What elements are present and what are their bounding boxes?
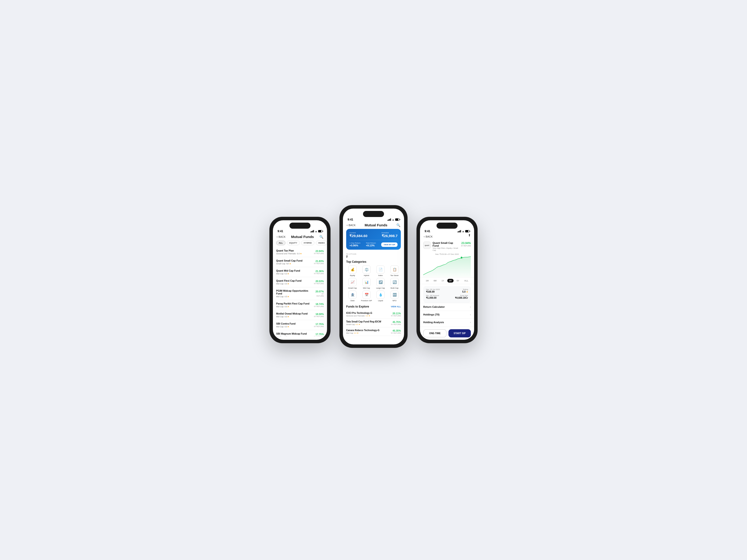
category-item[interactable]: 🔄 Multi Cap bbox=[388, 278, 401, 289]
funds-to-explore-header: Funds to Explore VIEW ALL bbox=[343, 304, 404, 310]
filter-equity[interactable]: EQUITY bbox=[287, 241, 300, 245]
one-time-button[interactable]: ONE-TIME bbox=[423, 329, 446, 338]
fund-stats: Nav: 09 Jun 2023 ₹168.89 Rating 5.0 ★ Mi… bbox=[423, 286, 471, 303]
time-filter-all[interactable]: ALL bbox=[462, 279, 470, 283]
expandable-sections: Return Calculator › Holdings (70) › Hold… bbox=[420, 303, 474, 326]
back-arrow-left: ‹ bbox=[277, 235, 278, 238]
expandable-section[interactable]: Holdings (70) › bbox=[420, 311, 474, 318]
filter-index[interactable]: INDEX bbox=[316, 241, 327, 245]
fund-list-item[interactable]: Quant Tax Plan Sectoral and Thematic 5.0… bbox=[276, 247, 324, 257]
status-icons-mid: ▲ bbox=[387, 218, 400, 221]
top-categories-header: Top Categories bbox=[343, 259, 404, 265]
category-item[interactable]: 📄 Index bbox=[374, 265, 387, 276]
category-item[interactable]: 📊 Mid Cap bbox=[360, 278, 373, 289]
fund-detail-sub: Very High Risk • Equity • Small Cap bbox=[433, 247, 459, 251]
sip-label: Min. SIP Amount bbox=[426, 294, 447, 297]
fund-list-item[interactable]: Quant Flexi Cap Fund Mid Cap 4.5 ★ 20.53… bbox=[276, 277, 324, 287]
back-label-right: BACK bbox=[426, 235, 433, 238]
signal-icon-right bbox=[458, 230, 461, 232]
category-item[interactable]: ↗️ Large Cap bbox=[374, 278, 387, 289]
fund-detail-pct: 23.94% bbox=[461, 241, 471, 245]
dynamic-island-left bbox=[289, 222, 310, 229]
view-all-label[interactable]: VIEW ALL bbox=[391, 305, 401, 308]
nav-info: Nav: ₹153.99 • 07 Dec 2022 bbox=[420, 253, 474, 256]
fund-list-item[interactable]: PGIM Midcap Opportunities Fund Mid Cap 4… bbox=[276, 287, 324, 300]
day-return-value: +0.96% bbox=[350, 244, 360, 247]
fund-list-left: Quant Tax Plan Sectoral and Thematic 5.0… bbox=[273, 247, 327, 336]
explore-fund-item[interactable]: Canara Robeco Technology-G Mid Cap 4.0 ★… bbox=[346, 327, 401, 336]
back-arrow-mid: ‹ bbox=[347, 223, 347, 227]
invested-label: Invested bbox=[382, 232, 397, 234]
page-title-mid: Mutual Funds bbox=[365, 223, 387, 227]
funds-to-explore-label: Funds to Explore bbox=[346, 305, 369, 308]
time-filters: 1M6M1Y3Y5YALL bbox=[420, 277, 474, 284]
category-grid: 💰 Equity ⚖️ Hybrid 📄 Index 📋 Tax Saver 📈… bbox=[343, 265, 404, 304]
fund-list-item[interactable]: SBI Magnum Midcap Fund Mid Cap 4.0 ★ 17.… bbox=[276, 330, 324, 336]
status-icons-right: ▲ bbox=[458, 230, 469, 233]
start-sip-button[interactable]: START SIP bbox=[448, 329, 471, 338]
fund-detail-name: Quant Small Cap Fund bbox=[433, 241, 459, 247]
total-return-value: +9.13% bbox=[366, 244, 376, 247]
expandable-section[interactable]: Return Calculator › bbox=[420, 303, 474, 311]
fund-list-item[interactable]: Motilal Oswal Midcap Fund Mid Cap 4.0 ★ … bbox=[276, 310, 324, 320]
fund-detail-return: 23.94% 3Y RETURN bbox=[461, 241, 471, 247]
action-buttons: ONE-TIME START SIP bbox=[420, 327, 474, 340]
fund-size-value: ₹4,688.18Cr bbox=[447, 297, 468, 299]
category-item[interactable]: 📋 Tax Saver bbox=[388, 265, 401, 276]
middle-phone: 9:41 ▲ ‹ BACK Mutual Funds bbox=[340, 205, 407, 348]
nav-date-label: Nav: 09 Jun 2023 bbox=[426, 288, 447, 291]
category-item[interactable]: 🏦 Debt bbox=[346, 291, 359, 302]
day-return-label: 1 Day Return bbox=[350, 242, 360, 244]
time-left: 9:41 bbox=[278, 230, 283, 233]
back-arrow-right: ‹ bbox=[424, 235, 424, 238]
fund-detail-info: Quant Small Cap Fund Very High Risk • Eq… bbox=[433, 241, 459, 251]
rating-value: 5.0 ★ bbox=[447, 291, 468, 293]
share-icon[interactable]: ⬆ bbox=[468, 233, 471, 237]
back-button-right[interactable]: ‹ BACK bbox=[424, 235, 433, 238]
time-right: 9:41 bbox=[424, 230, 430, 233]
fund-list-item[interactable]: Quant Small Cap Fund Small Cap NA ★ 21.8… bbox=[276, 257, 324, 267]
back-button-left[interactable]: ‹ BACK bbox=[277, 235, 285, 238]
explore-fund-item[interactable]: ICICI Pru Technology-G Sectoral and Them… bbox=[346, 310, 401, 319]
search-icon-mid[interactable]: 🔍 bbox=[396, 223, 400, 227]
back-button-mid[interactable]: ‹ BACK bbox=[347, 223, 356, 227]
battery-icon-right bbox=[465, 230, 469, 232]
header-left: ‹ BACK Mutual Funds 🔍 bbox=[273, 233, 327, 241]
category-item[interactable]: 💧 Liquid bbox=[374, 291, 387, 302]
view-sip-button[interactable]: VIEW MY SIP bbox=[381, 242, 397, 247]
back-label-left: BACK bbox=[279, 235, 285, 238]
current-value: ₹29,684.60 bbox=[350, 234, 367, 238]
filter-tabs-left: ALL EQUITY HYBRID INDEX TAX SAVER bbox=[273, 241, 327, 247]
signal-icon-left bbox=[310, 230, 314, 232]
rating-label: Rating bbox=[447, 288, 468, 291]
time-filter-1y[interactable]: 1Y bbox=[440, 279, 446, 283]
battery-icon-left bbox=[318, 230, 323, 232]
time-mid: 9:41 bbox=[347, 218, 353, 221]
dynamic-island-right bbox=[437, 222, 458, 229]
time-filter-6m[interactable]: 6M bbox=[432, 279, 439, 283]
header-mid: ‹ BACK Mutual Funds 🔍 bbox=[343, 222, 404, 229]
portfolio-card: Current ₹29,684.60 Invested ₹26,998.7 1 … bbox=[346, 229, 401, 250]
category-item[interactable]: 📈 Small Cap bbox=[346, 278, 359, 289]
wifi-icon-right: ▲ bbox=[462, 230, 464, 233]
search-icon-left[interactable]: 🔍 bbox=[319, 235, 323, 239]
fund-list-item[interactable]: Parag Parikh Flexi Cap Fund Mid Cap 4.5 … bbox=[276, 300, 324, 310]
filter-all[interactable]: ALL bbox=[276, 241, 285, 245]
chart-container bbox=[420, 256, 474, 277]
time-filter-3y[interactable]: 3Y bbox=[447, 279, 454, 283]
fund-list-item[interactable]: Quant Mid Cap Fund Mid Cap 5.0 ★ 21.36% … bbox=[276, 267, 324, 277]
time-filter-5y[interactable]: 5Y bbox=[455, 279, 461, 283]
status-icons-left: ▲ bbox=[310, 230, 323, 233]
time-filter-1m[interactable]: 1M bbox=[424, 279, 431, 283]
right-phone: 9:41 ▲ ‹ BACK ⬆ bbox=[417, 217, 478, 343]
expandable-section[interactable]: Holding Analysis › bbox=[420, 318, 474, 326]
category-item[interactable]: 📅 Freedom SIP bbox=[360, 291, 373, 302]
category-item[interactable]: 💰 Equity bbox=[346, 265, 359, 276]
category-item[interactable]: ⚖️ Hybrid bbox=[360, 265, 373, 276]
category-item[interactable]: 🆕 NFO bbox=[388, 291, 401, 302]
total-return-label: Total Return bbox=[366, 242, 376, 244]
filter-hybrid[interactable]: HYBRID bbox=[301, 241, 314, 245]
fund-list-item[interactable]: SBI Contra Fund Mid Cap 4.0 ★ 17.75% 5Y … bbox=[276, 320, 324, 330]
sip-value: ₹1,000.00 bbox=[426, 297, 447, 299]
explore-fund-item[interactable]: Tata Small Cap Fund Reg-IDCW Small Cap 4… bbox=[346, 319, 401, 327]
